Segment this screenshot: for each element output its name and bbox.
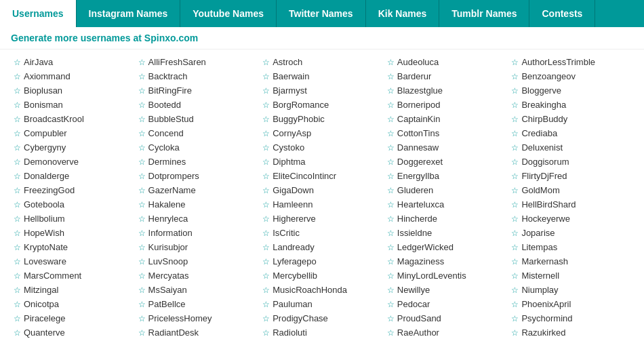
list-item[interactable]: ☆Deluxenist (508, 140, 633, 155)
list-item[interactable]: ☆Pauluman (260, 297, 384, 311)
list-item[interactable]: ☆Landready (260, 240, 384, 254)
list-item[interactable]: ☆MinyLordLeventis (384, 268, 509, 283)
list-item[interactable]: ☆Markernash (508, 254, 633, 268)
list-item[interactable]: ☆Radioluti (260, 325, 384, 339)
nav-tab-instagram-names[interactable]: Instagram Names (77, 0, 181, 27)
list-item[interactable]: ☆Magaziness (384, 254, 509, 268)
list-item[interactable]: ☆Bootedd (136, 98, 260, 112)
list-item[interactable]: ☆GazerName (136, 183, 260, 197)
list-item[interactable]: ☆MsSaiyan (136, 283, 260, 297)
list-item[interactable]: ☆AirJava (11, 55, 136, 69)
list-item[interactable]: ☆Backtrach (136, 69, 260, 83)
list-item[interactable]: ☆Goteboola (11, 197, 136, 212)
nav-tab-youtube-names[interactable]: Youtube Names (180, 0, 277, 27)
list-item[interactable]: ☆Highererve (260, 212, 384, 226)
list-item[interactable]: ☆Joparise (508, 226, 633, 240)
list-item[interactable]: ☆Astroch (260, 55, 384, 69)
list-item[interactable]: ☆BitRingFire (136, 83, 260, 98)
list-item[interactable]: ☆Quanterve (11, 325, 136, 339)
list-item[interactable]: ☆Compubler (11, 126, 136, 140)
list-item[interactable]: ☆Piracelege (11, 311, 136, 325)
list-item[interactable]: ☆Hockeyerwe (508, 212, 633, 226)
list-item[interactable]: ☆PricelessHomey (136, 311, 260, 325)
list-item[interactable]: ☆Concend (136, 126, 260, 140)
list-item[interactable]: ☆GigaDown (260, 183, 384, 197)
list-item[interactable]: ☆Niumplay (508, 283, 633, 297)
list-item[interactable]: ☆RadiantDesk (136, 325, 260, 339)
list-item[interactable]: ☆Hellbolium (11, 212, 136, 226)
list-item[interactable]: ☆Gluderen (384, 183, 509, 197)
list-item[interactable]: ☆CornyAsp (260, 126, 384, 140)
list-item[interactable]: ☆Dermines (136, 155, 260, 169)
list-item[interactable]: ☆Misternell (508, 268, 633, 283)
nav-tab-usernames[interactable]: Usernames (0, 0, 77, 27)
list-item[interactable]: ☆FreezingGod (11, 183, 136, 197)
list-item[interactable]: ☆Borneripod (384, 98, 509, 112)
list-item[interactable]: ☆LuvSnoop (136, 254, 260, 268)
list-item[interactable]: ☆PhoenixApril (508, 297, 633, 311)
list-item[interactable]: ☆Mercybellib (260, 268, 384, 283)
list-item[interactable]: ☆Donalderge (11, 169, 136, 183)
list-item[interactable]: ☆BorgRomance (260, 98, 384, 112)
list-item[interactable]: ☆Cystoko (260, 140, 384, 155)
nav-tab-contests[interactable]: Contests (529, 0, 595, 27)
nav-tab-kik-names[interactable]: Kik Names (366, 0, 440, 27)
list-item[interactable]: ☆Breakingha (508, 98, 633, 112)
list-item[interactable]: ☆PatBellce (136, 297, 260, 311)
list-item[interactable]: ☆KryptoNate (11, 240, 136, 254)
list-item[interactable]: ☆Crediaba (508, 126, 633, 140)
list-item[interactable]: ☆Axiommand (11, 69, 136, 83)
list-item[interactable]: ☆EliteCincoIntincr (260, 169, 384, 183)
list-item[interactable]: ☆Baerwain (260, 69, 384, 83)
list-item[interactable]: ☆Litempas (508, 240, 633, 254)
list-item[interactable]: ☆CottonTins (384, 126, 509, 140)
list-item[interactable]: ☆Doggerexet (384, 155, 509, 169)
list-item[interactable]: ☆Diphtma (260, 155, 384, 169)
list-item[interactable]: ☆ChirpBuddy (508, 112, 633, 126)
list-item[interactable]: ☆Bloggerve (508, 83, 633, 98)
list-item[interactable]: ☆Bjarmyst (260, 83, 384, 98)
list-item[interactable]: ☆GoldMom (508, 183, 633, 197)
list-item[interactable]: ☆HopeWish (11, 226, 136, 240)
list-item[interactable]: ☆Onicotpa (11, 297, 136, 311)
list-item[interactable]: ☆Doggisorum (508, 155, 633, 169)
list-item[interactable]: ☆Issieldne (384, 226, 509, 240)
list-item[interactable]: ☆Hamleenn (260, 197, 384, 212)
list-item[interactable]: ☆Cybergyny (11, 140, 136, 155)
list-item[interactable]: ☆LedgerWicked (384, 240, 509, 254)
list-item[interactable]: ☆Dotprompers (136, 169, 260, 183)
list-item[interactable]: ☆BuggyPhobic (260, 112, 384, 126)
list-item[interactable]: ☆HellBirdShard (508, 197, 633, 212)
list-item[interactable]: ☆Psychormind (508, 311, 633, 325)
list-item[interactable]: ☆Demonoverve (11, 155, 136, 169)
list-item[interactable]: ☆Dannesaw (384, 140, 509, 155)
list-item[interactable]: ☆AlliFreshSaren (136, 55, 260, 69)
list-item[interactable]: ☆Bioplusan (11, 83, 136, 98)
list-item[interactable]: ☆Henryleca (136, 212, 260, 226)
list-item[interactable]: ☆Cycloka (136, 140, 260, 155)
list-item[interactable]: ☆MusicRoachHonda (260, 283, 384, 297)
list-item[interactable]: ☆CaptainKin (384, 112, 509, 126)
list-item[interactable]: ☆Information (136, 226, 260, 240)
list-item[interactable]: ☆Lovesware (11, 254, 136, 268)
list-item[interactable]: ☆IsCritic (260, 226, 384, 240)
list-item[interactable]: ☆MarsComment (11, 268, 136, 283)
list-item[interactable]: ☆RaeAuthor (384, 325, 509, 339)
list-item[interactable]: ☆Kurisubjor (136, 240, 260, 254)
list-item[interactable]: ☆BubbleStud (136, 112, 260, 126)
list-item[interactable]: ☆Mercyatas (136, 268, 260, 283)
list-item[interactable]: ☆FlirtyDjFred (508, 169, 633, 183)
list-item[interactable]: ☆Newillye (384, 283, 509, 297)
list-item[interactable]: ☆BroadcastKrool (11, 112, 136, 126)
nav-tab-tumblr-names[interactable]: Tumblr Names (439, 0, 529, 27)
list-item[interactable]: ☆Audeoluca (384, 55, 509, 69)
list-item[interactable]: ☆Barderur (384, 69, 509, 83)
list-item[interactable]: ☆Hakalene (136, 197, 260, 212)
list-item[interactable]: ☆Bonisman (11, 98, 136, 112)
list-item[interactable]: ☆Benzoangeov (508, 69, 633, 83)
list-item[interactable]: ☆Hearteluxca (384, 197, 509, 212)
list-item[interactable]: ☆Blazestglue (384, 83, 509, 98)
list-item[interactable]: ☆Razukirked (508, 325, 633, 339)
list-item[interactable]: ☆ProdigyChase (260, 311, 384, 325)
list-item[interactable]: ☆Mitzingal (11, 283, 136, 297)
